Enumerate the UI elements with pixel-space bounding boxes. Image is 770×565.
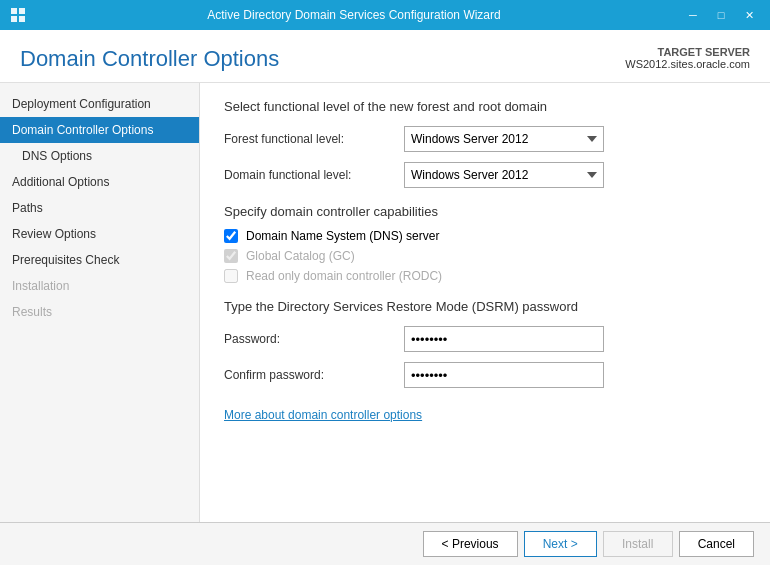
target-server-info: TARGET SERVER WS2012.sites.oracle.com	[625, 46, 750, 70]
target-server-name: WS2012.sites.oracle.com	[625, 58, 750, 70]
domain-level-select[interactable]: Windows Server 2012	[404, 162, 604, 188]
content-area: Deployment Configuration Domain Controll…	[0, 83, 770, 522]
password-row: Password:	[224, 326, 746, 352]
gc-checkbox-row: Global Catalog (GC)	[224, 249, 746, 263]
forest-level-select[interactable]: Windows Server 2012	[404, 126, 604, 152]
password-section: Type the Directory Services Restore Mode…	[224, 299, 746, 388]
confirm-password-row: Confirm password:	[224, 362, 746, 388]
svg-rect-3	[19, 16, 25, 22]
rodc-checkbox	[224, 269, 238, 283]
main-window: Domain Controller Options TARGET SERVER …	[0, 30, 770, 565]
svg-rect-0	[11, 8, 17, 14]
functional-level-title: Select functional level of the new fores…	[224, 99, 746, 114]
sidebar: Deployment Configuration Domain Controll…	[0, 83, 200, 522]
sidebar-item-paths[interactable]: Paths	[0, 195, 199, 221]
svg-rect-2	[11, 16, 17, 22]
sidebar-item-dc-options[interactable]: Domain Controller Options	[0, 117, 199, 143]
minimize-button[interactable]: ─	[680, 5, 706, 25]
sidebar-item-dns-options[interactable]: DNS Options	[0, 143, 199, 169]
rodc-checkbox-row: Read only domain controller (RODC)	[224, 269, 746, 283]
sidebar-item-deployment[interactable]: Deployment Configuration	[0, 91, 199, 117]
close-button[interactable]: ✕	[736, 5, 762, 25]
domain-level-row: Domain functional level: Windows Server …	[224, 162, 746, 188]
target-server-label: TARGET SERVER	[625, 46, 750, 58]
svg-rect-1	[19, 8, 25, 14]
forest-level-label: Forest functional level:	[224, 132, 404, 146]
domain-level-label: Domain functional level:	[224, 168, 404, 182]
gc-checkbox-label: Global Catalog (GC)	[246, 249, 355, 263]
sidebar-item-results: Results	[0, 299, 199, 325]
capabilities-section: Specify domain controller capabilities D…	[224, 204, 746, 283]
more-link[interactable]: More about domain controller options	[224, 408, 746, 422]
previous-button[interactable]: < Previous	[423, 531, 518, 557]
window-controls: ─ □ ✕	[680, 5, 762, 25]
title-bar: Active Directory Domain Services Configu…	[0, 0, 770, 30]
confirm-password-label: Confirm password:	[224, 368, 404, 382]
footer: < Previous Next > Install Cancel	[0, 522, 770, 565]
confirm-password-input[interactable]	[404, 362, 604, 388]
password-title: Type the Directory Services Restore Mode…	[224, 299, 746, 314]
capabilities-title: Specify domain controller capabilities	[224, 204, 746, 219]
next-button[interactable]: Next >	[524, 531, 597, 557]
page-title: Domain Controller Options	[20, 46, 279, 72]
main-content: Select functional level of the new fores…	[200, 83, 770, 522]
password-label: Password:	[224, 332, 404, 346]
gc-checkbox	[224, 249, 238, 263]
maximize-button[interactable]: □	[708, 5, 734, 25]
forest-level-row: Forest functional level: Windows Server …	[224, 126, 746, 152]
window-title: Active Directory Domain Services Configu…	[28, 8, 680, 22]
app-icon	[8, 5, 28, 25]
sidebar-item-install: Installation	[0, 273, 199, 299]
password-input[interactable]	[404, 326, 604, 352]
sidebar-item-additional[interactable]: Additional Options	[0, 169, 199, 195]
rodc-checkbox-label: Read only domain controller (RODC)	[246, 269, 442, 283]
dns-checkbox-label[interactable]: Domain Name System (DNS) server	[246, 229, 439, 243]
cancel-button[interactable]: Cancel	[679, 531, 754, 557]
sidebar-item-prereq[interactable]: Prerequisites Check	[0, 247, 199, 273]
window-header: Domain Controller Options TARGET SERVER …	[0, 30, 770, 83]
dns-checkbox-row: Domain Name System (DNS) server	[224, 229, 746, 243]
dns-checkbox[interactable]	[224, 229, 238, 243]
sidebar-item-review[interactable]: Review Options	[0, 221, 199, 247]
install-button: Install	[603, 531, 673, 557]
